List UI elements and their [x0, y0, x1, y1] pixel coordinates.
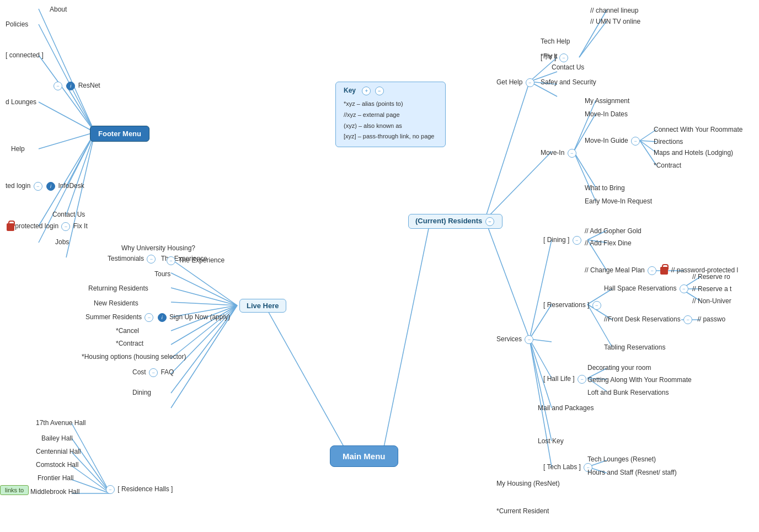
why-node: Why University Housing?	[121, 244, 195, 252]
live-here-node: Live Here	[239, 299, 286, 313]
ted-login-collapse[interactable]	[34, 182, 42, 191]
svg-line-60	[66, 85, 95, 132]
testimonials-collapse[interactable]	[147, 255, 156, 264]
reserve-a-node: // Reserve a t	[692, 285, 731, 293]
meal-lock-icon	[660, 267, 668, 275]
move-in-guide-node: Move-In Guide	[585, 137, 641, 146]
summer-collapse[interactable]	[145, 313, 153, 322]
contact-us-left-node: Contact Us	[52, 211, 85, 218]
resnet-info[interactable]	[66, 82, 75, 90]
front-desk-node: //Front Desk Reservations // passwo	[604, 315, 725, 324]
svg-line-2	[485, 221, 530, 339]
svg-line-44	[171, 288, 237, 305]
housing-opts-node: *Housing options (housing selector)	[82, 353, 186, 361]
connected-node: [ connected ]	[6, 51, 44, 59]
front-desk-collapse[interactable]	[683, 315, 692, 324]
jobs-node: Jobs	[55, 238, 69, 246]
key-collapse-btn[interactable]	[375, 87, 384, 95]
add-gopher-node: // Add Gopher Gold	[585, 227, 642, 235]
svg-line-12	[574, 114, 596, 152]
centennial-hall: Centennial Hall	[36, 448, 81, 455]
tech-help-node: Tech Help	[541, 37, 570, 45]
svg-line-55	[39, 55, 95, 132]
safety-node: Safey and Security	[541, 78, 596, 86]
loft-bunk-node: Loft and Bunk Reservations	[587, 389, 669, 396]
move-in-node: Move-In	[541, 149, 578, 158]
svg-line-42	[171, 259, 237, 305]
reservations-node: [ Reservations ]	[543, 301, 602, 310]
svg-line-32	[587, 304, 612, 347]
summer-node: Summer Residents Sign Up Now (apply)	[85, 313, 230, 322]
lounges-node: d Lounges	[6, 98, 36, 106]
hall-life-collapse[interactable]	[578, 375, 586, 384]
dining-collapse[interactable]	[573, 236, 581, 245]
current-residents-label: (Current) Residents	[415, 217, 482, 225]
services-collapse[interactable]	[525, 335, 533, 344]
tours-node: Tours	[154, 270, 170, 278]
resnet-collapse[interactable]	[54, 82, 62, 90]
infodesk-btn[interactable]	[46, 182, 55, 191]
protected-collapse[interactable]	[61, 222, 70, 231]
svg-line-63	[66, 132, 95, 257]
svg-line-1	[265, 305, 353, 463]
footer-menu-node: Footer Menu	[90, 126, 149, 142]
main-menu-label: Main Menu	[343, 452, 386, 461]
cost-node: Cost FAQ	[132, 368, 174, 377]
exp-collapse[interactable]	[167, 256, 175, 265]
contract-live-node: *Contract	[116, 340, 143, 347]
cost-collapse[interactable]	[149, 368, 158, 377]
svg-line-10	[579, 21, 607, 57]
move-in-collapse[interactable]	[568, 149, 576, 158]
non-univer-node: // Non-Univer	[692, 297, 731, 305]
decorating-node: Decorating your room	[587, 364, 651, 372]
svg-line-53	[39, 9, 95, 132]
ted-login-node: ted login InfoDesk	[6, 182, 84, 191]
tv-collapse[interactable]	[559, 53, 568, 62]
svg-line-9	[579, 10, 607, 57]
svg-line-19	[530, 240, 552, 339]
links-to-badge: links to	[0, 485, 29, 495]
dining-live-node: Dining	[132, 389, 151, 396]
reserve-ro-node: // Reserve ro	[692, 273, 730, 281]
svg-line-4	[485, 152, 552, 219]
live-here-label: Live Here	[247, 302, 279, 310]
reservations-collapse[interactable]	[592, 301, 601, 310]
change-meal-collapse[interactable]	[648, 266, 656, 275]
move-in-dates-node: Move-In Dates	[585, 110, 628, 118]
res-halls-collapse[interactable]	[106, 485, 115, 494]
bailey-hall: Bailey Hall	[41, 434, 73, 442]
key-title: Key	[344, 87, 356, 94]
returning-node: Returning Residents	[88, 284, 148, 292]
contact-us-right-node: Contact Us	[552, 63, 584, 71]
tabling-node: Tabling Reservations	[604, 343, 665, 351]
summer-info[interactable]	[158, 313, 167, 322]
channel-lineup-node: // channel lineup	[590, 7, 638, 14]
lost-key-node: Lost Key	[538, 437, 564, 445]
svg-line-3	[485, 82, 530, 218]
current-residents-collapse[interactable]	[485, 217, 494, 226]
key-expand-btn[interactable]: +	[362, 87, 371, 95]
policies-node: Policies	[6, 20, 28, 28]
services-node: Services	[496, 335, 534, 344]
the-exp-node: The Experience	[165, 256, 225, 265]
tech-lounges-node: Tech Lounges (Resnet)	[587, 455, 656, 463]
residence-halls-node: [ Residence Halls ]	[105, 485, 173, 494]
getting-along-node: Getting Along With Your Roommate	[587, 376, 692, 384]
svg-line-62	[66, 132, 95, 215]
tech-labs-node: [ Tech Labs ]	[543, 463, 594, 472]
my-housing-node: My Housing (ResNet)	[496, 480, 560, 487]
key-box: Key + *xyz – alias (points to) //xyz – e…	[335, 82, 446, 147]
svg-line-54	[39, 24, 95, 132]
fix-it-right-node: *Fix It	[541, 52, 558, 60]
svg-line-24	[530, 339, 552, 441]
svg-line-56	[39, 102, 95, 132]
what-to-bring-node: What to Bring	[585, 184, 625, 192]
get-help-collapse[interactable]	[526, 78, 534, 87]
svg-line-22	[530, 339, 552, 378]
hall-space-collapse[interactable]	[680, 284, 688, 293]
connect-roommate-node: Connect With Your Roommate	[654, 126, 742, 133]
svg-line-57	[39, 132, 95, 149]
get-help-node: Get Help	[496, 78, 536, 87]
move-in-guide-collapse[interactable]	[631, 137, 640, 146]
svg-line-48	[171, 305, 237, 345]
